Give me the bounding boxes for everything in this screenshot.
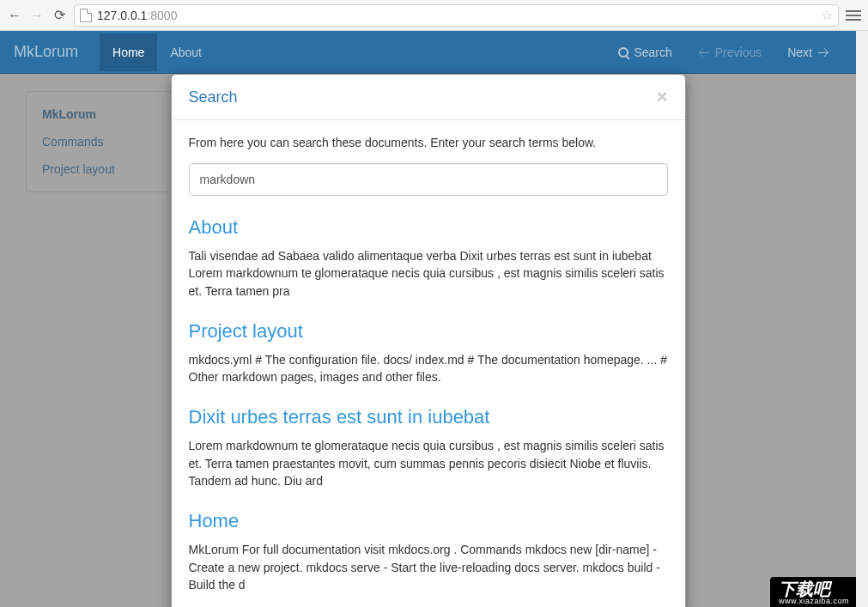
search-input[interactable] [189, 163, 668, 196]
search-modal: Search × From here you can search these … [171, 74, 686, 607]
nav-item-about[interactable]: About [157, 33, 215, 71]
chevron-left-icon: 🡠 [698, 46, 710, 59]
result-title[interactable]: Project layout [189, 320, 668, 343]
result-text: MkLorum For full documentation visit mkd… [189, 541, 668, 593]
result-title[interactable]: About [189, 216, 668, 239]
close-icon[interactable]: × [657, 88, 668, 106]
result-title[interactable]: Home [189, 510, 668, 532]
scrollbar-thumb[interactable] [858, 33, 866, 582]
watermark-main: 下载吧 [779, 580, 830, 598]
nav-next[interactable]: Next 🡢 [774, 33, 842, 71]
nav-search-label: Search [634, 46, 671, 59]
search-result: Home MkLorum For full documentation visi… [189, 510, 668, 593]
url-text: 127.0.0.1:8000 [97, 9, 816, 22]
url-bar[interactable]: 127.0.0.1:8000 ☆ [74, 4, 839, 27]
forward-button[interactable]: → [29, 8, 45, 23]
modal-body: From here you can search these documents… [172, 120, 685, 607]
bookmark-star-icon[interactable]: ☆ [821, 7, 833, 23]
search-icon [618, 47, 628, 58]
search-result: About Tali visendae ad Sabaea valido ali… [189, 216, 668, 300]
modal-title: Search [189, 88, 238, 106]
brand[interactable]: MkLorum [14, 31, 91, 73]
modal-description: From here you can search these documents… [189, 136, 668, 149]
nav-item-home[interactable]: Home [100, 33, 157, 71]
browser-toolbar: ← → ⟳ 127.0.0.1:8000 ☆ [0, 0, 868, 31]
watermark-sub: www.xiazaiba.com [779, 598, 849, 605]
result-text: Tali visendae ad Sabaea valido alimentaq… [189, 247, 668, 300]
reload-button[interactable]: ⟳ [52, 8, 67, 23]
modal-header: Search × [172, 75, 685, 120]
search-result: Dixit urbes terras est sunt in iubebat L… [189, 406, 668, 489]
watermark: 下载吧 www.xiazaiba.com [770, 577, 856, 607]
page-icon [80, 9, 92, 22]
search-result: Project layout mkdocs.yml # The configur… [189, 320, 668, 386]
nav-previous-label: Previous [715, 46, 762, 59]
navbar-right: Search 🡠 Previous Next 🡢 [605, 33, 842, 71]
navbar: MkLorum Home About Search 🡠 Previous Nex… [0, 31, 856, 74]
result-title[interactable]: Dixit urbes terras est sunt in iubebat [189, 406, 668, 428]
hamburger-menu-icon[interactable] [846, 10, 861, 21]
nav-previous[interactable]: 🡠 Previous [685, 33, 774, 71]
viewport: MkLorum Home About Search 🡠 Previous Nex… [0, 31, 868, 607]
result-text: Lorem markdownum te glomerataque necis q… [189, 437, 668, 489]
back-button[interactable]: ← [7, 8, 22, 23]
nav-next-label: Next [787, 46, 812, 59]
chevron-right-icon: 🡢 [817, 46, 829, 59]
result-text: mkdocs.yml # The configuration file. doc… [189, 351, 668, 386]
nav-search[interactable]: Search [605, 33, 684, 71]
